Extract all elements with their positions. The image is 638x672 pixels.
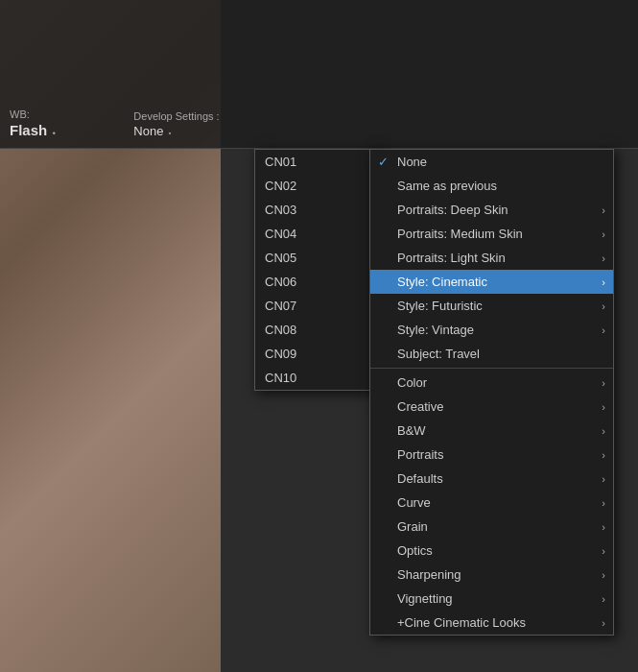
wb-text: Flash xyxy=(10,122,47,138)
menu-item-portraits-medium[interactable]: Portraits: Medium Skin› xyxy=(370,222,613,246)
submenu-item-cn06[interactable]: CN06 xyxy=(255,270,378,294)
menu-item-label: Same as previous xyxy=(397,179,497,193)
chevron-right-icon: › xyxy=(602,569,605,581)
develop-text: None xyxy=(133,124,163,138)
submenu-item-cn07[interactable]: CN07 xyxy=(255,294,378,318)
top-bar: WB: Flash ⬩ Develop Settings : None ⬩ xyxy=(0,0,638,149)
menu-item-label: Optics xyxy=(397,543,433,558)
menu-item-label: Portraits: Deep Skin xyxy=(397,203,508,217)
menu-item-label: Vignetting xyxy=(397,591,453,606)
menu-item-vignetting[interactable]: Vignetting› xyxy=(370,587,613,611)
submenu-item-cn08[interactable]: CN08 xyxy=(255,318,378,342)
menu-item-label: Style: Cinematic xyxy=(397,275,487,289)
menu-item-label: Curve xyxy=(397,495,431,510)
wb-label: WB: xyxy=(10,108,57,120)
menu-item-label: Subject: Travel xyxy=(397,347,480,361)
menu-item-creative[interactable]: Creative› xyxy=(370,395,613,419)
menu-item-label: Style: Futuristic xyxy=(397,299,483,313)
submenu-cinematic: CN01CN02CN03CN04CN05CN06CN07CN08CN09CN10 xyxy=(254,149,379,391)
develop-section: Develop Settings : None ⬩ xyxy=(133,110,219,138)
chevron-right-icon: › xyxy=(602,617,605,629)
menu-item-label: Portraits: Medium Skin xyxy=(397,227,523,241)
menu-divider xyxy=(370,368,613,369)
menu-item-same-as-previous[interactable]: Same as previous xyxy=(370,174,613,198)
chevron-right-icon: › xyxy=(602,300,605,312)
menu-item-label: Portraits xyxy=(397,447,443,462)
menu-item-curve[interactable]: Curve› xyxy=(370,491,613,515)
chevron-right-icon: › xyxy=(602,228,605,240)
menu-item-style-vintage[interactable]: Style: Vintage› xyxy=(370,318,613,342)
chevron-right-icon: › xyxy=(602,425,605,437)
chevron-right-icon: › xyxy=(602,521,605,533)
chevron-right-icon: › xyxy=(602,204,605,216)
wb-arrow: ⬩ xyxy=(51,127,57,137)
menu-item-label: Color xyxy=(397,375,427,390)
submenu-item-cn03[interactable]: CN03 xyxy=(255,198,378,222)
submenu-item-cn05[interactable]: CN05 xyxy=(255,246,378,270)
submenu-item-cn02[interactable]: CN02 xyxy=(255,174,378,198)
chevron-right-icon: › xyxy=(602,545,605,557)
menu-item-label: Creative xyxy=(397,399,443,414)
menu-item-subject-travel[interactable]: Subject: Travel xyxy=(370,342,613,366)
develop-value[interactable]: None ⬩ xyxy=(133,124,219,138)
menu-item-color[interactable]: Color› xyxy=(370,371,613,395)
submenu-item-cn01[interactable]: CN01 xyxy=(255,150,378,174)
menu-item-grain[interactable]: Grain› xyxy=(370,515,613,539)
develop-label: Develop Settings : xyxy=(133,110,219,122)
chevron-right-icon: › xyxy=(602,401,605,413)
main-dropdown-menu: NoneSame as previousPortraits: Deep Skin… xyxy=(369,149,614,636)
menu-item-none[interactable]: None xyxy=(370,150,613,174)
develop-arrow: ⬩ xyxy=(167,127,173,137)
submenu-item-cn04[interactable]: CN04 xyxy=(255,222,378,246)
menu-item-cine-looks[interactable]: +Cine Cinematic Looks› xyxy=(370,611,613,635)
menu-item-label: Defaults xyxy=(397,471,443,486)
menu-item-portraits[interactable]: Portraits› xyxy=(370,443,613,467)
wb-section: WB: Flash ⬩ xyxy=(10,108,57,138)
menu-item-optics[interactable]: Optics› xyxy=(370,539,613,563)
menu-item-bw[interactable]: B&W› xyxy=(370,419,613,443)
chevron-right-icon: › xyxy=(602,377,605,389)
menu-item-style-cinematic[interactable]: Style: Cinematic› xyxy=(370,270,613,294)
menu-item-label: Sharpening xyxy=(397,567,461,582)
menu-item-portraits-deep[interactable]: Portraits: Deep Skin› xyxy=(370,198,613,222)
menu-item-label: None xyxy=(397,155,427,169)
menu-item-label: B&W xyxy=(397,423,426,438)
menu-item-sharpening[interactable]: Sharpening› xyxy=(370,563,613,587)
chevron-right-icon: › xyxy=(602,324,605,336)
wb-value[interactable]: Flash ⬩ xyxy=(10,122,57,138)
chevron-right-icon: › xyxy=(602,449,605,461)
chevron-right-icon: › xyxy=(602,497,605,509)
submenu-item-cn10[interactable]: CN10 xyxy=(255,366,378,390)
chevron-right-icon: › xyxy=(602,593,605,605)
chevron-right-icon: › xyxy=(602,252,605,264)
menu-item-label: Grain xyxy=(397,519,428,534)
submenu-item-cn09[interactable]: CN09 xyxy=(255,342,378,366)
menu-item-label: Portraits: Light Skin xyxy=(397,251,506,265)
menu-item-defaults[interactable]: Defaults› xyxy=(370,467,613,491)
menu-item-portraits-light[interactable]: Portraits: Light Skin› xyxy=(370,246,613,270)
menu-item-label: +Cine Cinematic Looks xyxy=(397,615,526,630)
chevron-right-icon: › xyxy=(602,276,605,288)
chevron-right-icon: › xyxy=(602,473,605,485)
menu-item-style-futuristic[interactable]: Style: Futuristic› xyxy=(370,294,613,318)
menu-item-label: Style: Vintage xyxy=(397,323,474,337)
